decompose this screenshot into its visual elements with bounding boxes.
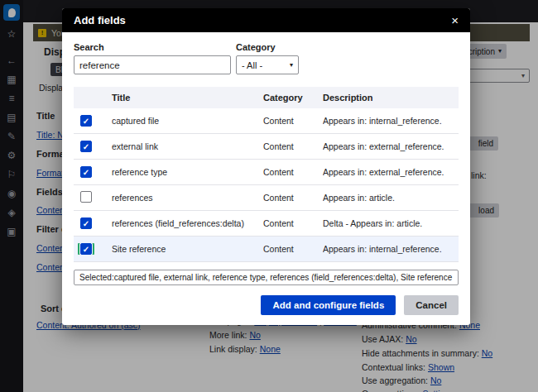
field-category: Content (263, 193, 323, 203)
row-checkbox[interactable] (80, 218, 92, 229)
field-description: Appears in: internal_reference. (323, 116, 459, 126)
cancel-button[interactable]: Cancel (404, 295, 459, 315)
field-category: Content (263, 141, 323, 151)
category-label: Category (236, 42, 299, 52)
category-column-header: Category (263, 93, 323, 103)
table-row[interactable]: Site reference Content Appears in: inter… (74, 237, 459, 262)
table-row[interactable]: references Content Appears in: article. (74, 185, 459, 211)
row-checkbox[interactable] (80, 166, 92, 178)
chevron-down-icon: ▾ (290, 62, 293, 69)
close-icon[interactable]: × (451, 14, 459, 26)
add-and-configure-button[interactable]: Add and configure fields (261, 295, 396, 315)
dialog-body: Search Category - All - ▾ Title Category… (62, 32, 470, 325)
title-column-header: Title (112, 93, 263, 103)
field-title: Site reference (112, 244, 263, 254)
field-description: Appears in: article. (323, 193, 459, 203)
table-row[interactable]: references (field_references:delta) Cont… (74, 211, 459, 237)
field-title: references (112, 193, 263, 203)
field-description: Appears in: external_reference. (323, 167, 459, 177)
field-title: references (field_references:delta) (112, 218, 263, 228)
category-selected-value: - All - (242, 60, 262, 70)
table-header-row: Title Category Description (74, 87, 459, 108)
category-control: Category - All - ▾ (236, 42, 299, 74)
description-column-header: Description (323, 93, 459, 103)
row-checkbox[interactable] (80, 115, 92, 127)
field-title: external link (112, 141, 263, 151)
row-checkbox[interactable] (80, 243, 92, 255)
field-description: Appears in: internal_reference. (323, 244, 459, 254)
row-checkbox[interactable] (80, 191, 92, 203)
dialog-footer: Add and configure fields Cancel (74, 295, 459, 315)
add-fields-dialog: Add fields × Search Category - All - ▾ T… (62, 8, 470, 325)
table-row[interactable]: captured file Content Appears in: intern… (74, 108, 459, 134)
search-input[interactable] (74, 55, 231, 74)
category-select[interactable]: - All - ▾ (236, 55, 299, 74)
dialog-header: Add fields × (62, 8, 470, 32)
search-label: Search (74, 42, 231, 52)
field-category: Content (263, 116, 323, 126)
field-category: Content (263, 244, 323, 254)
field-description: Delta - Appears in: article. (323, 218, 459, 228)
dialog-title: Add fields (74, 14, 451, 26)
field-description: Appears in: external_reference. (323, 141, 459, 151)
field-category: Content (263, 167, 323, 177)
table-row[interactable]: reference type Content Appears in: exter… (74, 160, 459, 185)
field-title: captured file (112, 116, 263, 126)
field-category: Content (263, 218, 323, 228)
search-control: Search (74, 42, 231, 74)
fields-table: Title Category Description captured file… (74, 87, 459, 262)
table-row[interactable]: external link Content Appears in: extern… (74, 134, 459, 160)
field-title: reference type (112, 167, 263, 177)
selected-fields-summary: Selected:captured file, external link, r… (74, 270, 459, 285)
filter-controls: Search Category - All - ▾ (74, 42, 459, 80)
row-checkbox[interactable] (80, 141, 92, 152)
